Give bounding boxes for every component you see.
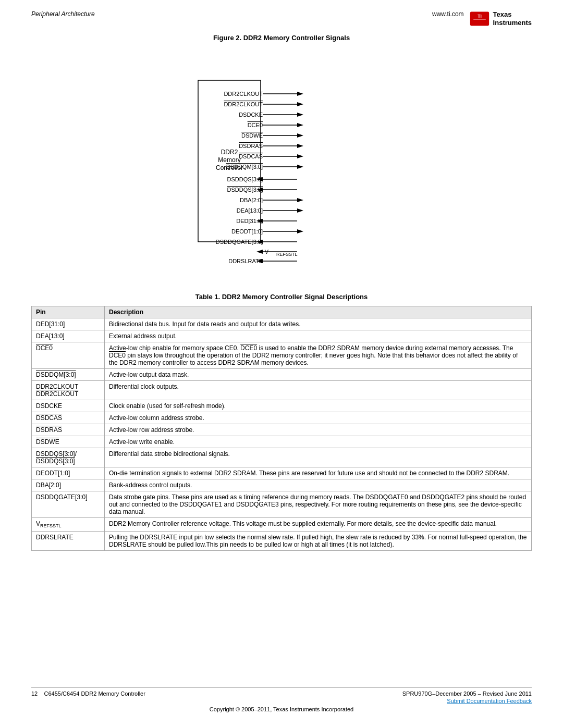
desc-cell: Active-low column address strobe. [105, 412, 532, 424]
pin-cell: DSDCAS [32, 412, 105, 424]
doc-id-date: SPRU970G–December 2005 – Revised June 20… [402, 690, 532, 697]
svg-text:DEA[13:0]: DEA[13:0] [237, 207, 263, 214]
table-row: DSDCKE Clock enable (used for self-refre… [32, 400, 532, 412]
pin-cell: DDR2CLKOUTDDR2CLKOUT [32, 381, 105, 400]
desc-cell: Active-low row address strobe. [105, 424, 532, 436]
desc-cell: Bank-address control outputs. [105, 479, 532, 491]
table-row: DDR2CLKOUTDDR2CLKOUT Differential clock … [32, 381, 532, 400]
svg-marker-17 [297, 123, 303, 127]
svg-text:REFSSTL: REFSSTL [276, 252, 298, 257]
pin-cell: DEA[13:0] [32, 330, 105, 342]
ti-logo: TI Texas Instruments [469, 10, 532, 27]
table-row: DEODT[1:0] On-die termination signals to… [32, 467, 532, 479]
table-row: DSDCAS Active-low column address strobe. [32, 412, 532, 424]
pin-cell: DED[31:0] [32, 318, 105, 330]
doc-id: SPRU970G [402, 690, 432, 697]
table-row: DSDDQM[3:0] Active-low output data mask. [32, 369, 532, 381]
doc-date: December 2005 – Revised June 2011 [435, 690, 532, 697]
desc-cell: Pulling the DDRSLRATE input pin low sele… [105, 531, 532, 550]
svg-text:DEODT[1:0]: DEODT[1:0] [231, 228, 263, 235]
table-row: DEA[13:0] External address output. [32, 330, 532, 342]
col-header-description: Description [105, 306, 532, 318]
pin-cell: DSDRAS [32, 424, 105, 436]
svg-text:DBA[2:0]: DBA[2:0] [240, 197, 263, 203]
feedback-link[interactable]: Submit Documentation Feedback [402, 698, 532, 704]
table-title: Table 1. DDR2 Memory Controller Signal D… [31, 293, 532, 301]
table-row: DSDWE Active-low write enable. [32, 436, 532, 448]
svg-text:DDR2CLKOUT: DDR2CLKOUT [224, 101, 263, 107]
footer-right: SPRU970G–December 2005 – Revised June 20… [402, 690, 532, 704]
pin-cell: DSDWE [32, 436, 105, 448]
table-row: DCE0 Active-low chip enable for memory s… [32, 342, 532, 369]
svg-text:DSDCAS: DSDCAS [239, 153, 263, 159]
desc-cell: Data strobe gate pins. These pins are us… [105, 491, 532, 518]
svg-text:DSDCKE: DSDCKE [239, 112, 263, 118]
pin-cell: DSDDQM[3:0] [32, 369, 105, 381]
desc-cell: Bidirectional data bus. Input for data r… [105, 318, 532, 330]
svg-text:DDR2CLKOUT: DDR2CLKOUT [224, 91, 263, 97]
copyright: Copyright © 2005–2011, Texas Instruments… [31, 706, 532, 712]
svg-text:TI: TI [478, 13, 482, 18]
page-header: Peripheral Architecture www.ti.com TI Te… [31, 10, 532, 29]
svg-text:DSDDQGATE[3:0]: DSDDQGATE[3:0] [216, 239, 263, 245]
desc-cell: Differential data strobe bidirectional s… [105, 448, 532, 467]
header-section: Peripheral Architecture [31, 10, 95, 18]
pin-cell: DEODT[1:0] [32, 467, 105, 479]
pin-cell: DCE0 [32, 342, 105, 369]
signal-diagram: DDR2 Memory Controller DDR2CLKOUT DDR2CL… [136, 49, 427, 278]
svg-text:DSDRAS: DSDRAS [239, 143, 263, 149]
desc-cell: External address output. [105, 330, 532, 342]
footer-divider [31, 687, 532, 687]
table-row: DSDRAS Active-low row address strobe. [32, 424, 532, 436]
figure-title: Figure 2. DDR2 Memory Controller Signals [31, 34, 532, 42]
header-url: www.ti.com [432, 10, 464, 18]
desc-cell: DDR2 Memory Controller reference voltage… [105, 518, 532, 531]
table-row: DSDDQGATE[3:0] Data strobe gate pins. Th… [32, 491, 532, 518]
svg-marker-38 [297, 198, 303, 202]
pin-cell: DSDDQGATE[3:0] [32, 491, 105, 518]
page-number: 12 [31, 690, 38, 697]
svg-marker-26 [297, 154, 303, 158]
desc-cell: Active-low write enable. [105, 436, 532, 448]
svg-text:DSDWE: DSDWE [241, 132, 263, 139]
doc-title: C6455/C6454 DDR2 Memory Controller [44, 690, 145, 697]
desc-cell: Clock enable (used for self-refresh mode… [105, 400, 532, 412]
svg-marker-29 [297, 165, 303, 169]
svg-marker-41 [297, 208, 303, 213]
pin-cell: DBA[2:0] [32, 479, 105, 491]
svg-marker-14 [297, 113, 303, 117]
ti-logo-icon: TI [469, 11, 490, 27]
diagram-container: DDR2 Memory Controller DDR2CLKOUT DDR2CL… [31, 49, 532, 278]
table-row: DDRSLRATE Pulling the DDRSLRATE input pi… [32, 531, 532, 550]
svg-marker-11 [297, 102, 303, 106]
pin-cell: DDRSLRATE [32, 531, 105, 550]
svg-marker-47 [297, 229, 303, 233]
table-row: DED[31:0] Bidirectional data bus. Input … [32, 318, 532, 330]
footer-left: 12 C6455/C6454 DDR2 Memory Controller [31, 690, 145, 697]
ti-logo-text: Texas Instruments [493, 10, 532, 27]
pin-cell: VREFSSTL [32, 518, 105, 531]
footer-content: 12 C6455/C6454 DDR2 Memory Controller SP… [31, 690, 532, 704]
signal-table: Pin Description DED[31:0] Bidirectional … [31, 306, 532, 550]
pin-cell: DSDDQS[3:0]/DSDDQS[3:0] [32, 448, 105, 467]
desc-cell: On-die termination signals to external D… [105, 467, 532, 479]
svg-text:Memory: Memory [218, 156, 240, 164]
svg-marker-8 [297, 92, 303, 96]
page: Peripheral Architecture www.ti.com TI Te… [0, 0, 563, 728]
svg-text:DCE0: DCE0 [248, 122, 263, 128]
table-row: DBA[2:0] Bank-address control outputs. [32, 479, 532, 491]
desc-cell: Differential clock outputs. [105, 381, 532, 400]
svg-text:DDR2: DDR2 [221, 149, 238, 156]
section-title: Peripheral Architecture [31, 10, 95, 18]
table-row: VREFSSTL DDR2 Memory Controller referenc… [32, 518, 532, 531]
table-row: DSDDQS[3:0]/DSDDQS[3:0] Differential dat… [32, 448, 532, 467]
page-footer: 12 C6455/C6454 DDR2 Memory Controller SP… [31, 687, 532, 712]
pin-cell: DSDCKE [32, 400, 105, 412]
desc-cell: Active-low output data mask. [105, 369, 532, 381]
col-header-pin: Pin [32, 306, 105, 318]
svg-marker-54 [256, 250, 263, 254]
desc-cell: Active-low chip enable for memory space … [105, 342, 532, 369]
svg-marker-23 [297, 144, 303, 148]
svg-marker-20 [297, 133, 303, 138]
svg-text:DSDDQM[3:0]: DSDDQM[3:0] [226, 164, 263, 170]
